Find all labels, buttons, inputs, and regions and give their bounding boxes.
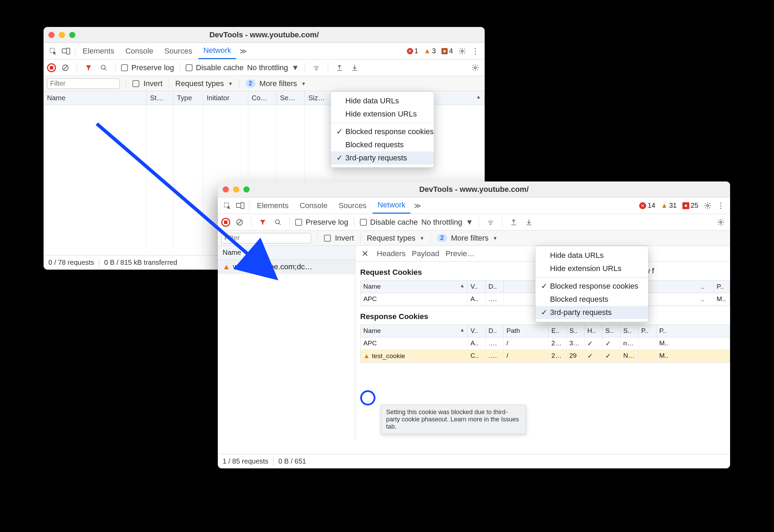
resp-col-name[interactable]: Name▲	[361, 325, 468, 337]
search-icon[interactable]	[272, 216, 284, 228]
disable-cache-checkbox[interactable]	[186, 64, 193, 71]
resp-col-p1[interactable]: P..	[638, 325, 656, 337]
device-toggle-icon[interactable]	[234, 200, 246, 212]
dd-hide-extension-urls[interactable]: Hide extension URLs	[535, 262, 648, 275]
titlebar[interactable]: DevTools - www.youtube.com/	[218, 181, 730, 197]
warning-count[interactable]: ▲ 31	[659, 202, 679, 209]
more-tabs-icon[interactable]: ≫	[412, 202, 423, 210]
upload-icon[interactable]	[508, 216, 520, 228]
dd-3rd-party-requests[interactable]: 3rd-party requests	[331, 151, 434, 165]
chevron-down-icon[interactable]: ▼	[301, 81, 306, 86]
resp-col-p2[interactable]: P..	[656, 325, 674, 337]
filter-input[interactable]	[47, 78, 120, 89]
kebab-icon[interactable]: ⋮	[715, 200, 727, 212]
request-types-dropdown[interactable]: Request types	[175, 79, 224, 88]
col-co[interactable]: Co…	[248, 91, 277, 105]
download-icon[interactable]	[523, 216, 535, 228]
error-count[interactable]: ✕ 14	[637, 202, 657, 209]
col-name[interactable]: Name	[44, 91, 147, 105]
dd-hide-data-urls[interactable]: Hide data URLs	[535, 249, 648, 262]
gear-icon[interactable]	[456, 45, 468, 57]
filter-input[interactable]	[221, 233, 311, 243]
inspect-icon[interactable]	[221, 200, 233, 212]
more-filters-dropdown[interactable]: More filters	[260, 79, 297, 88]
resp-row-test-cookie[interactable]: ▲ test_cookie C.. …. / 2… 29 ✓ ✓ N… M..	[361, 350, 730, 362]
chevron-down-icon[interactable]: ▼	[228, 81, 233, 86]
maximize-icon[interactable]	[243, 186, 250, 193]
gear-icon[interactable]	[702, 200, 714, 212]
tab-sources[interactable]: Sources	[159, 43, 197, 59]
chevron-down-icon[interactable]: ▼	[466, 218, 473, 227]
request-types-dropdown[interactable]: Request types	[367, 234, 416, 243]
detail-tab-payload[interactable]: Payload	[412, 249, 439, 258]
throttling-select[interactable]: No throttling	[421, 218, 463, 227]
resp-col-d[interactable]: D..	[486, 325, 504, 337]
disable-cache-checkbox[interactable]	[360, 219, 367, 226]
rc-col-d[interactable]: D..	[486, 281, 504, 293]
device-toggle-icon[interactable]	[60, 45, 72, 57]
error-count[interactable]: ✕ 1	[405, 47, 420, 55]
request-row[interactable]: ▲ www.youtube.com;dc…	[218, 260, 355, 274]
resp-row-apc[interactable]: APC A.. …. / 2… 3… ✓ ✓ n… M..	[361, 337, 730, 350]
close-icon[interactable]	[223, 186, 229, 193]
rc-col-tail1[interactable]: ..	[698, 281, 714, 293]
invert-checkbox[interactable]	[132, 80, 139, 87]
dd-hide-data-urls[interactable]: Hide data URLs	[331, 94, 434, 108]
traffic-lights[interactable]	[223, 186, 250, 193]
clear-icon[interactable]	[234, 216, 245, 228]
name-column-header[interactable]: Name	[218, 246, 355, 260]
preserve-log-checkbox[interactable]	[121, 64, 128, 71]
detail-tab-headers[interactable]: Headers	[377, 249, 405, 258]
tab-console[interactable]: Console	[295, 197, 333, 214]
dd-blocked-response-cookies[interactable]: Blocked response cookies	[535, 280, 648, 293]
filter-icon[interactable]	[83, 62, 94, 74]
dd-blocked-requests[interactable]: Blocked requests	[535, 293, 648, 306]
clear-icon[interactable]	[59, 62, 71, 74]
preserve-log-checkbox[interactable]	[295, 219, 302, 226]
col-status[interactable]: St…	[147, 91, 174, 105]
record-button[interactable]	[47, 63, 56, 72]
download-icon[interactable]	[349, 62, 361, 74]
rc-col-tail2[interactable]: P..	[714, 281, 730, 293]
dd-3rd-party-requests[interactable]: 3rd-party requests	[535, 306, 648, 319]
invert-checkbox[interactable]	[324, 235, 331, 242]
resp-col-h[interactable]: H..	[585, 325, 603, 337]
traffic-lights[interactable]	[48, 32, 75, 38]
col-se[interactable]: Se…	[277, 91, 305, 105]
rc-col-v[interactable]: V..	[468, 281, 486, 293]
warning-count[interactable]: ▲ 3	[422, 47, 438, 55]
search-icon[interactable]	[98, 62, 110, 74]
more-tabs-icon[interactable]: ≫	[237, 47, 249, 55]
gear-icon[interactable]	[469, 62, 481, 74]
detail-tab-preview[interactable]: Previe…	[446, 249, 475, 258]
dd-blocked-response-cookies[interactable]: Blocked response cookies	[331, 125, 434, 138]
tab-network[interactable]: Network	[373, 197, 410, 214]
tab-sources[interactable]: Sources	[334, 197, 371, 214]
maximize-icon[interactable]	[69, 32, 75, 38]
resp-col-v[interactable]: V..	[468, 325, 486, 337]
rc-col-name[interactable]: Name▲	[361, 281, 468, 293]
inspect-icon[interactable]	[47, 45, 59, 57]
record-button[interactable]	[221, 218, 230, 227]
upload-icon[interactable]	[334, 62, 345, 74]
wifi-icon[interactable]	[485, 216, 496, 228]
close-detail-icon[interactable]: ✕	[360, 249, 371, 259]
minimize-icon[interactable]	[233, 186, 239, 193]
resp-col-e[interactable]: E..	[549, 325, 567, 337]
col-initiator[interactable]: Initiator	[203, 91, 248, 105]
dd-blocked-requests[interactable]: Blocked requests	[331, 138, 434, 151]
resp-col-s3[interactable]: S..	[621, 325, 638, 337]
tab-elements[interactable]: Elements	[78, 43, 119, 59]
throttling-select[interactable]: No throttling	[247, 63, 288, 72]
resp-col-s1[interactable]: S..	[567, 325, 585, 337]
tab-console[interactable]: Console	[121, 43, 158, 59]
tab-network[interactable]: Network	[198, 43, 236, 59]
resp-col-path[interactable]: Path	[504, 325, 549, 337]
minimize-icon[interactable]	[59, 32, 65, 38]
resp-col-s2[interactable]: S..	[603, 325, 621, 337]
chevron-down-icon[interactable]: ▼	[420, 235, 425, 241]
gear-icon[interactable]	[715, 216, 727, 228]
filter-icon[interactable]	[257, 216, 269, 228]
info-count[interactable]: ■ 4	[439, 47, 455, 55]
more-filters-dropdown[interactable]: More filters	[451, 234, 489, 243]
